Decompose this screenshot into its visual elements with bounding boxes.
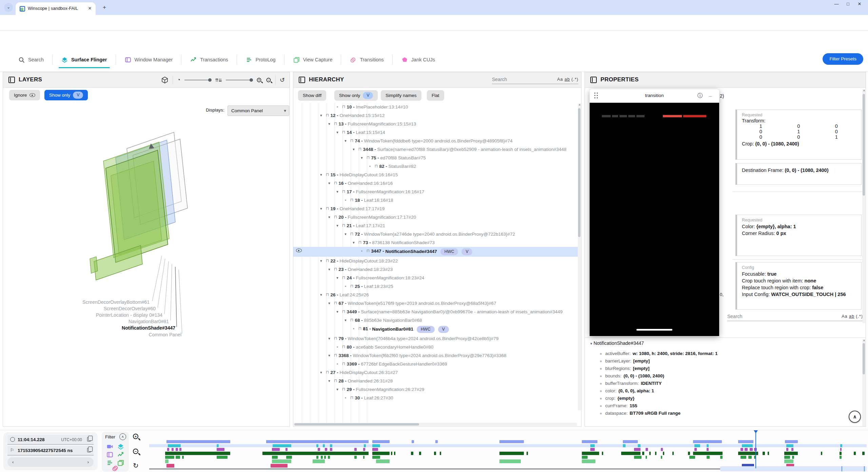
pin-icon[interactable]: ⊓: [342, 104, 345, 110]
trace-event[interactable]: [262, 452, 369, 455]
hierarchy-row[interactable]: ▾⊓79 - WindowToken{7046b4a type=2024 and…: [293, 334, 578, 343]
timeline-reset-zoom-icon[interactable]: ↻: [133, 461, 142, 470]
property-tree-item[interactable]: ●dataspace: BT709 sRGB Full range: [596, 411, 717, 416]
trace-event[interactable]: [372, 448, 378, 451]
collapse-button[interactable]: ∧: [849, 411, 861, 423]
trace-event[interactable]: [354, 456, 356, 459]
regex-icon[interactable]: (.*): [571, 77, 578, 82]
trace-event[interactable]: [165, 456, 175, 459]
trace-event[interactable]: [394, 452, 395, 455]
trace-event[interactable]: [354, 448, 356, 451]
trace-event[interactable]: [166, 440, 230, 443]
pin-icon[interactable]: ⊓: [342, 309, 345, 315]
trace-event[interactable]: [862, 452, 864, 455]
trace-event[interactable]: [318, 448, 320, 451]
circles-filter-icon[interactable]: [112, 465, 119, 472]
browser-tab[interactable]: Winscope | sandbox-FAIL ✕: [16, 2, 96, 15]
hierarchy-row[interactable]: ▾⊓14 - Leaf:15:15#14: [293, 128, 578, 137]
videocam-filter-icon[interactable]: [106, 443, 113, 450]
trace-event[interactable]: [649, 452, 651, 455]
trace-event[interactable]: [840, 448, 842, 451]
pin-icon[interactable]: ⊓: [334, 121, 337, 127]
trace-event[interactable]: [372, 456, 380, 459]
show-only-chip[interactable]: Show onlyV: [334, 90, 378, 101]
trace-event[interactable]: [176, 456, 180, 459]
zigzag-filter-icon[interactable]: [117, 451, 124, 458]
trace-row-row5[interactable]: [149, 456, 867, 459]
expand-arrow-icon[interactable]: ▾: [343, 317, 348, 323]
minimize-icon[interactable]: —: [831, 1, 842, 6]
rotation-slider[interactable]: [184, 80, 211, 80]
hierarchy-row[interactable]: ▾⊓12 - OneHanded:15:15#12: [293, 111, 578, 120]
hierarchy-vertical-scrollbar[interactable]: ▲: [578, 103, 581, 410]
pin-icon[interactable]: ⊓: [342, 130, 345, 135]
match-case-icon[interactable]: Aa: [842, 314, 847, 319]
trace-event[interactable]: [738, 440, 753, 443]
trace-event[interactable]: [707, 444, 709, 447]
trace-event[interactable]: [821, 452, 822, 455]
trace-event[interactable]: [376, 459, 390, 463]
trace-event[interactable]: [372, 440, 390, 443]
hierarchy-row[interactable]: ▾⊓26 - Leaf:24:25#26: [293, 291, 578, 299]
tab-transactions[interactable]: Transactions: [181, 53, 237, 67]
trace-row-row6[interactable]: [149, 459, 867, 463]
timeline-zoom-in-icon[interactable]: +: [133, 434, 142, 442]
trace-event[interactable]: [689, 456, 695, 459]
pin-icon[interactable]: ⊓: [334, 214, 337, 220]
property-tree-item[interactable]: ●bufferTransform: IDENTITY: [596, 381, 717, 386]
trace-event[interactable]: [435, 440, 437, 443]
tab-search[interactable]: Search: [9, 53, 53, 67]
trace-event[interactable]: [742, 444, 753, 447]
pin-icon[interactable]: ⊓: [334, 353, 337, 358]
trace-event[interactable]: [785, 440, 798, 443]
hierarchy-row[interactable]: ▾⊓16 - OneHanded:16:16#16: [293, 179, 578, 188]
timeline-range-selector[interactable]: [720, 466, 867, 471]
trace-event[interactable]: [642, 452, 644, 455]
timestamp-field[interactable]: 11:04:14.228 UTC+00:00: [7, 435, 94, 445]
trace-event[interactable]: [646, 448, 648, 451]
pin-icon[interactable]: ⊓: [358, 240, 361, 245]
trace-event[interactable]: [582, 440, 598, 443]
hierarchy-row[interactable]: ▾⊓68 - 885b63e NavigationBar0#68: [293, 316, 578, 324]
hierarchy-row[interactable]: ▾⊓17 - FullscreenMagnification:16:16#17: [293, 188, 578, 196]
properties-search-input[interactable]: Search Aa ab (.*): [727, 314, 863, 319]
trace-event[interactable]: [750, 448, 752, 451]
pin-icon[interactable]: ⊓: [350, 231, 353, 237]
hierarchy-row[interactable]: ▾⊓74 - WindowToken{fdddbe6 type=2000 and…: [293, 137, 578, 145]
layer-label[interactable]: Common Panel: [3, 332, 181, 337]
zoom-out-icon[interactable]: −: [267, 78, 271, 82]
property-tree-item[interactable]: ●bounds: (0, 0) - (1080, 2400): [596, 373, 717, 378]
layer-label[interactable]: NotificationShade#3447: [3, 325, 175, 331]
hierarchy-row[interactable]: ▾⊓67 - WindowToken{e5176f9 type=2019 and…: [293, 299, 578, 308]
maximize-icon[interactable]: □: [842, 1, 854, 6]
hierarchy-horizontal-scrollbar[interactable]: [294, 423, 577, 426]
overlay-title-bar[interactable]: transition ⓘ _: [590, 89, 719, 103]
next-frame-icon[interactable]: ›: [87, 459, 89, 465]
hierarchy-row[interactable]: ▾⊓20 - FullscreenMagnification:17:17#20: [293, 213, 578, 221]
trace-event[interactable]: [217, 448, 224, 451]
hierarchy-row[interactable]: ▾⊓72 - WindowToken{a2746de type=2040 and…: [293, 230, 578, 238]
property-tree-root[interactable]: ▾ NotificationShade#3447: [590, 340, 644, 346]
pin-icon[interactable]: ⊓: [342, 387, 345, 392]
pin-icon[interactable]: ⊓: [342, 223, 345, 229]
expand-arrow-icon[interactable]: ▾: [335, 387, 340, 392]
expand-arrow-icon[interactable]: ▾: [335, 189, 340, 195]
trace-event[interactable]: [179, 448, 181, 451]
trace-event[interactable]: [434, 452, 436, 455]
trace-event[interactable]: [316, 456, 318, 459]
pin-icon[interactable]: ⊓: [350, 395, 353, 401]
trace-event[interactable]: [499, 440, 524, 443]
pin-icon[interactable]: ⊓: [342, 361, 345, 367]
expand-arrow-icon[interactable]: ▾: [335, 309, 340, 315]
spacing-slider[interactable]: [226, 80, 252, 80]
properties-vertical-scrollbar[interactable]: ▲: [862, 89, 865, 323]
trace-event[interactable]: [285, 448, 288, 451]
trace-event[interactable]: [688, 452, 690, 455]
hierarchy-row[interactable]: •⊓25 - Leaf:18:23#25: [293, 282, 578, 291]
trace-event[interactable]: [266, 440, 369, 443]
trace-event[interactable]: [623, 440, 638, 443]
trace-event[interactable]: [840, 456, 842, 459]
trace-event[interactable]: [324, 456, 326, 459]
trace-event[interactable]: [854, 452, 856, 455]
trace-event[interactable]: [323, 444, 325, 447]
